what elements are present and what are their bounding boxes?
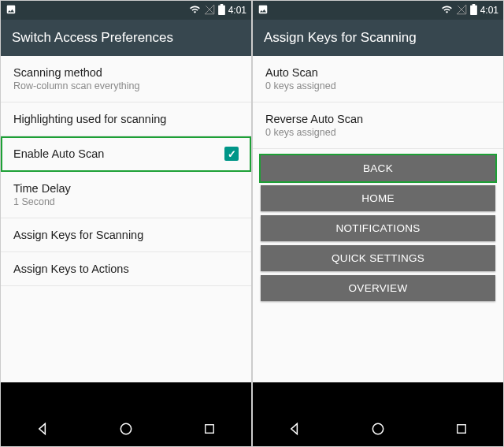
black-gap: [253, 382, 503, 412]
nav-recents-icon[interactable]: [201, 420, 218, 438]
item-title: Reverse Auto Scan: [265, 113, 491, 125]
battery-icon: [470, 4, 477, 17]
item-scanning-method[interactable]: Scanning method Row-column scan everythi…: [1, 56, 251, 102]
status-bar: 4:01: [253, 1, 503, 20]
app-bar-right: Assign Keys for Scanning: [253, 20, 503, 56]
nav-back-icon[interactable]: [34, 420, 51, 438]
svg-rect-2: [206, 425, 214, 434]
status-time: 4:01: [480, 5, 498, 16]
item-sub: 1 Second: [13, 196, 239, 207]
item-title: Assign Keys for Scanning: [13, 229, 239, 241]
black-gap: [1, 382, 251, 412]
svg-rect-5: [458, 425, 466, 434]
phone-right: 4:01 Assign Keys for Scanning Auto Scan …: [253, 1, 503, 446]
image-icon: [6, 4, 17, 17]
item-title: Auto Scan: [265, 66, 491, 79]
overlay-quick-settings-button[interactable]: QUICK SETTINGS: [261, 245, 495, 271]
item-auto-scan[interactable]: Auto Scan 0 keys assigned: [253, 56, 503, 102]
status-time: 4:01: [228, 5, 246, 16]
checkbox-icon[interactable]: ✓: [224, 147, 239, 161]
app-bar-title: Assign Keys for Scanning: [264, 30, 417, 46]
item-sub: 0 keys assigned: [265, 127, 491, 138]
wifi-icon: [189, 4, 201, 17]
item-title: Highlighting used for scanning: [13, 113, 239, 125]
item-enable-auto-scan[interactable]: Enable Auto Scan ✓: [1, 136, 251, 172]
item-title: Scanning method: [13, 66, 239, 79]
signal-icon: [456, 4, 467, 17]
item-title: Time Delay: [13, 182, 239, 195]
item-title: Enable Auto Scan: [13, 147, 224, 160]
overlay-back-button[interactable]: BACK: [261, 155, 495, 181]
phone-left: 4:01 Switch Access Preferences Scanning …: [1, 1, 251, 446]
app-bar-title: Switch Access Preferences: [12, 30, 173, 46]
item-reverse-auto-scan[interactable]: Reverse Auto Scan 0 keys assigned: [253, 102, 503, 149]
item-time-delay[interactable]: Time Delay 1 Second: [1, 172, 251, 218]
overlay-notifications-button[interactable]: NOTIFICATIONS: [261, 215, 495, 241]
app-bar-left: Switch Access Preferences: [1, 20, 251, 56]
nav-home-icon[interactable]: [369, 420, 387, 438]
item-sub: Row-column scan everything: [13, 80, 239, 91]
status-bar: 4:01: [1, 1, 251, 20]
nav-bar: [1, 412, 251, 446]
global-actions-overlay: BACK HOME NOTIFICATIONS QUICK SETTINGS O…: [261, 155, 495, 301]
nav-home-icon[interactable]: [117, 420, 135, 438]
overlay-overview-button[interactable]: OVERVIEW: [261, 275, 495, 301]
signal-icon: [204, 4, 215, 17]
nav-recents-icon[interactable]: [453, 420, 470, 438]
image-icon: [258, 4, 269, 17]
item-assign-keys-actions[interactable]: Assign Keys to Actions: [1, 252, 251, 286]
nav-back-icon[interactable]: [286, 420, 303, 438]
settings-list-right: Auto Scan 0 keys assigned Reverse Auto S…: [253, 56, 503, 382]
item-title: Assign Keys to Actions: [13, 263, 239, 275]
item-highlighting[interactable]: Highlighting used for scanning: [1, 102, 251, 136]
nav-bar: [253, 412, 503, 446]
battery-icon: [218, 4, 225, 17]
overlay-home-button[interactable]: HOME: [261, 185, 495, 211]
svg-point-4: [372, 423, 383, 434]
wifi-icon: [441, 4, 453, 17]
item-sub: 0 keys assigned: [265, 80, 491, 91]
svg-point-1: [120, 423, 131, 434]
settings-list-left: Scanning method Row-column scan everythi…: [1, 56, 251, 382]
item-assign-keys-scanning[interactable]: Assign Keys for Scanning: [1, 218, 251, 252]
